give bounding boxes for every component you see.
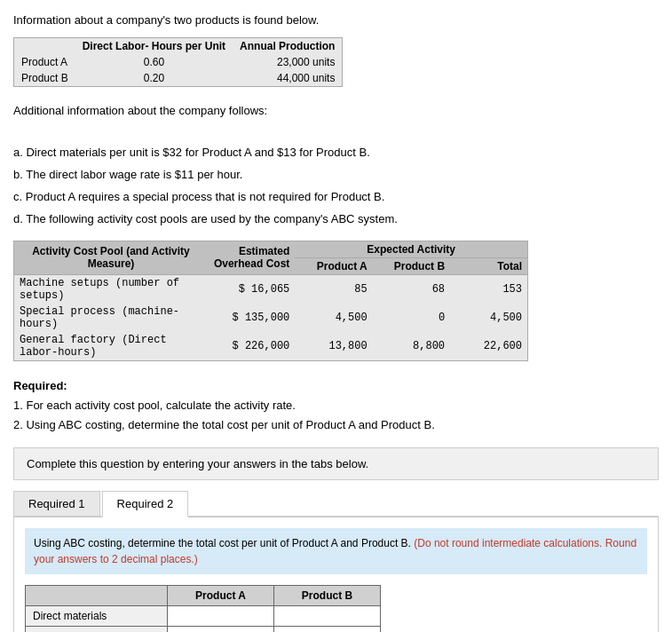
pb-activity: 68 [373,274,450,304]
activity-row: General factory (Direct labor-hours) $ 2… [14,332,528,361]
required-item: 1. For each activity cost pool, calculat… [13,396,659,415]
product-b-input[interactable] [281,610,373,622]
production-header: Annual Production [233,38,343,55]
product-name: Product B [14,70,75,87]
banner-text-plain: Using ABC costing, determine the total c… [34,537,414,549]
additional-info: Additional information about the company… [13,101,659,230]
additional-item: c. Product A requires a special process … [13,187,659,207]
additional-header: Additional information about the company… [13,101,659,121]
pa-activity: 13,800 [295,332,372,361]
product-a-header: Product A [295,257,372,274]
pool-name: General factory (Direct labor-hours) [14,332,208,361]
additional-item: b. The direct labor wage rate is $11 per… [13,165,659,185]
est-cost: $ 135,000 [208,304,295,332]
input-table: Product A Product B Direct materials Dir… [25,585,381,632]
estimated-cost-header: EstimatedOverhead Cost [208,241,295,274]
product-b-input-cell[interactable] [274,605,381,626]
row-label: Direct materials [26,605,168,626]
pa-activity: 85 [295,274,372,304]
product-production: 23,000 units [233,54,343,70]
activity-row: Machine setups (number of setups) $ 16,0… [14,274,528,304]
info-banner: Using ABC costing, determine the total c… [25,528,647,574]
tabs-row: Required 1 Required 2 [13,491,659,517]
required-title: Required: [13,379,659,392]
complete-box: Complete this question by entering your … [13,447,659,480]
activity-row: Special process (machine-hours) $ 135,00… [14,304,528,332]
activity-table: Activity Cost Pool (and Activity Measure… [13,241,528,361]
est-cost: $ 16,065 [208,274,295,304]
product-table: Direct Labor- Hours per Unit Annual Prod… [13,37,343,87]
tab-required1[interactable]: Required 1 [13,491,100,516]
additional-item: a. Direct materials per unit is $32 for … [13,143,659,162]
product-a-col-header: Product A [168,585,274,605]
blank-col-header [26,585,168,605]
complete-text: Complete this question by entering your … [27,457,645,470]
intro-text: Information about a company's two produc… [13,13,659,27]
product-production: 44,000 units [233,70,343,87]
row-label: Direct labor [26,626,168,632]
total-header: Total [450,257,527,274]
pb-activity: 0 [373,304,450,332]
total-activity: 22,600 [450,332,527,361]
product-row: Product B 0.20 44,000 units [14,70,343,87]
product-row: Product A 0.60 23,000 units [14,54,343,70]
product-dlh: 0.20 [75,70,233,87]
product-b-input-cell[interactable] [274,626,381,632]
product-name: Product A [14,54,75,70]
total-activity: 153 [450,274,527,304]
product-b-header: Product B [373,257,450,274]
input-row: Direct labor [26,626,381,632]
required-item: 2. Using ABC costing, determine the tota… [13,415,659,435]
pa-activity: 4,500 [295,304,372,332]
input-row: Direct materials [26,605,381,626]
additional-item: d. The following activity cost pools are… [13,209,659,229]
product-a-input-cell[interactable] [168,626,274,632]
pool-name: Special process (machine-hours) [14,304,208,332]
tab-container: Required 1 Required 2 Using ABC costing,… [13,491,659,632]
expected-activity-header: Expected Activity [295,241,527,257]
est-cost: $ 226,000 [208,332,295,361]
required-section: Required: 1. For each activity cost pool… [13,379,659,435]
product-b-col-header: Product B [274,585,381,605]
dlh-header: Direct Labor- Hours per Unit [75,38,233,55]
pb-activity: 8,800 [373,332,450,361]
product-dlh: 0.60 [75,54,233,70]
product-a-input-cell[interactable] [168,605,274,626]
pool-name: Machine setups (number of setups) [14,274,208,304]
activity-pool-header: Activity Cost Pool (and Activity Measure… [14,241,208,274]
tab-required2[interactable]: Required 2 [102,491,189,517]
total-activity: 4,500 [450,304,527,332]
tab2-content: Using ABC costing, determine the total c… [13,517,659,632]
product-a-input[interactable] [175,610,266,622]
